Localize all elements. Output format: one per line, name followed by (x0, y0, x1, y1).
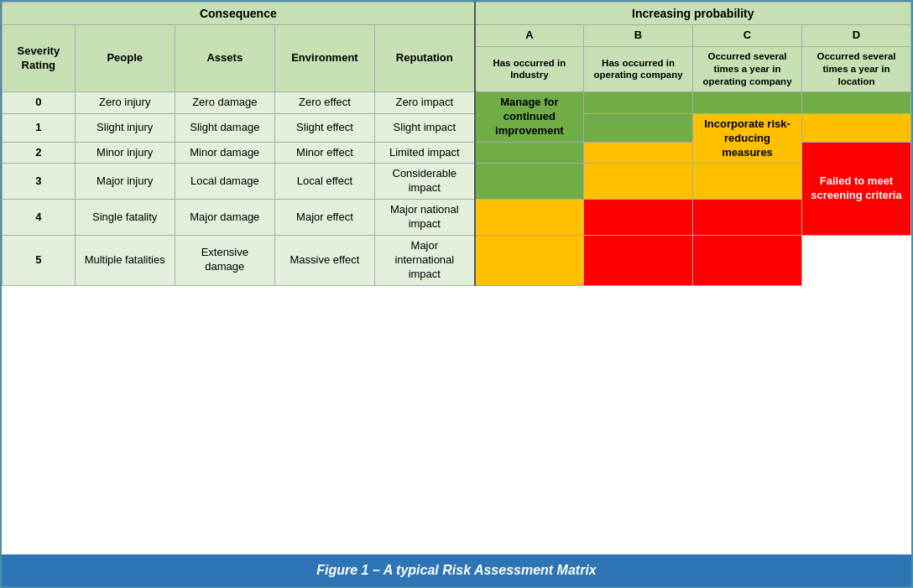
zone-b0 (584, 91, 693, 113)
zone-c5 (693, 236, 802, 286)
reputation-header: Reputation (375, 25, 475, 92)
environment-header: Environment (274, 25, 374, 92)
rep-5: Major international impact (375, 236, 475, 286)
assets-2: Minor damage (175, 142, 274, 164)
zone-b2 (584, 142, 693, 164)
header-row-1: Consequence Increasing probability (3, 3, 911, 25)
people-1: Slight injury (75, 113, 175, 142)
severity-2: 2 (3, 142, 76, 164)
severity-1: 1 (3, 113, 76, 142)
zone-c4 (693, 200, 802, 236)
zone-red-main: Failed to meet screening criteria (801, 142, 910, 235)
table-row: 0 Zero injury Zero damage Zero effect Ze… (3, 91, 911, 113)
assets-1: Slight damage (175, 113, 274, 142)
zone-c0 (693, 91, 802, 113)
env-2: Minor effect (274, 142, 374, 164)
col-a-header: A (475, 25, 584, 47)
people-header: People (75, 25, 175, 92)
people-0: Zero injury (75, 91, 175, 113)
zone-a5 (475, 236, 584, 286)
table-row: 1 Slight injury Slight damage Slight eff… (3, 113, 911, 142)
probability-header: Increasing probability (475, 3, 911, 25)
zone-d0 (801, 91, 910, 113)
zone-c3 (693, 164, 802, 200)
col-d-desc: Occurred several times a year in locatio… (801, 47, 910, 92)
col-a-desc: Has occurred in Industry (475, 47, 584, 92)
rep-1: Slight impact (375, 113, 475, 142)
figure-caption: Figure 1 – A typical Risk Assessment Mat… (2, 554, 911, 586)
table-wrapper: Consequence Increasing probability Sever… (2, 2, 911, 554)
assets-header: Assets (175, 25, 274, 92)
col-c-desc: Occurred several times a year in operati… (693, 47, 802, 92)
zone-green-main: Manage for continued improvement (475, 91, 584, 142)
env-1: Slight effect (274, 113, 374, 142)
zone-a2 (475, 142, 584, 164)
zone-b4 (584, 200, 693, 236)
people-4: Single fatality (75, 200, 175, 236)
risk-matrix-container: Consequence Increasing probability Sever… (0, 0, 913, 588)
rep-2: Limited impact (375, 142, 475, 164)
zone-b5 (584, 236, 693, 286)
rep-4: Major national impact (375, 200, 475, 236)
assets-5: Extensive damage (175, 236, 274, 286)
zone-b1 (584, 113, 693, 142)
zone-b3 (584, 164, 693, 200)
assets-3: Local damage (175, 164, 274, 200)
consequence-header: Consequence (3, 3, 475, 25)
table-row: 3 Major injury Local damage Local effect… (3, 164, 911, 200)
col-d-header: D (801, 25, 910, 47)
people-3: Major injury (75, 164, 175, 200)
zone-d1 (801, 113, 910, 142)
env-4: Major effect (274, 200, 374, 236)
severity-3: 3 (3, 164, 76, 200)
table-row: 5 Multiple fatalities Extensive damage M… (3, 236, 911, 286)
zone-a4 (475, 200, 584, 236)
col-b-header: B (584, 25, 693, 47)
severity-rating-header: Severity Rating (3, 25, 76, 92)
zone-a3 (475, 164, 584, 200)
env-0: Zero effect (274, 91, 374, 113)
people-5: Multiple fatalities (75, 236, 175, 286)
col-b-desc: Has occurred in operating company (584, 47, 693, 92)
env-5: Massive effect (274, 236, 374, 286)
severity-4: 4 (3, 200, 76, 236)
severity-5: 5 (3, 236, 76, 286)
env-3: Local effect (274, 164, 374, 200)
severity-0: 0 (3, 91, 76, 113)
rep-3: Considerable impact (375, 164, 475, 200)
assets-4: Major damage (175, 200, 274, 236)
col-c-header: C (693, 25, 802, 47)
header-row-2: Severity Rating People Assets Environmen… (3, 25, 911, 47)
assets-0: Zero damage (175, 91, 274, 113)
table-row: 4 Single fatality Major damage Major eff… (3, 200, 911, 236)
people-2: Minor injury (75, 142, 175, 164)
rep-0: Zero impact (375, 91, 475, 113)
zone-yellow-main: Incorporate risk-reducing measures (693, 113, 802, 164)
risk-matrix-table: Consequence Increasing probability Sever… (2, 2, 911, 286)
